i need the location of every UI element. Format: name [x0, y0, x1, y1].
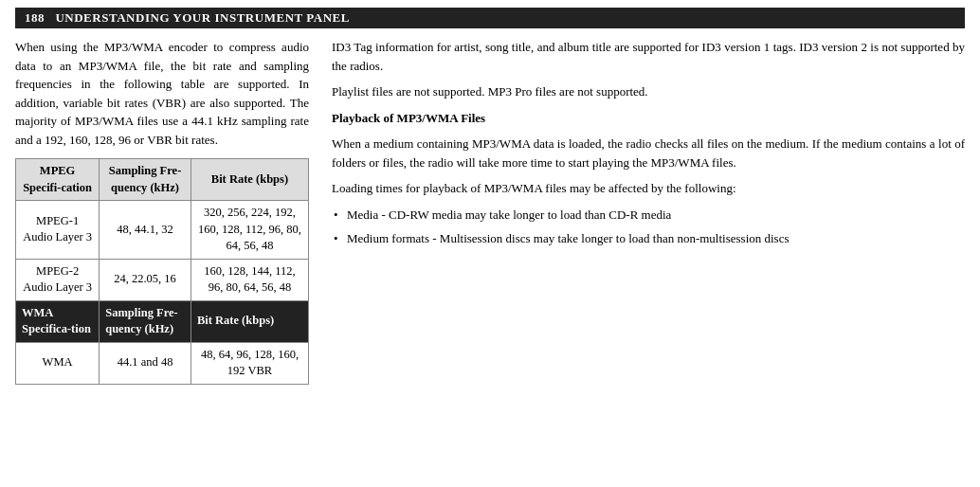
page-title: UNDERSTANDING YOUR INSTRUMENT PANEL [55, 10, 350, 25]
mpeg2-freq: 24, 22.05, 16 [100, 259, 191, 300]
table-row: MPEG-2 Audio Layer 3 24, 22.05, 16 160, … [16, 259, 309, 300]
page-number: 188 [25, 10, 45, 25]
wma-freq: 44.1 and 48 [100, 342, 191, 384]
mpeg2-bitrate: 160, 128, 144, 112, 96, 80, 64, 56, 48 [191, 259, 308, 300]
mpeg-header-row: MPEG Specifi-cation Sampling Fre-quency … [16, 159, 309, 201]
left-column: When using the MP3/WMA encoder to compre… [15, 38, 309, 385]
right-column: ID3 Tag information for artist, song tit… [332, 38, 965, 385]
id3-paragraph: ID3 Tag information for artist, song tit… [332, 38, 965, 75]
wma-col-spec-header: WMA Specifica-tion [16, 300, 100, 342]
col-bitrate-header: Bit Rate (kbps) [191, 159, 308, 201]
table-row: WMA 44.1 and 48 48, 64, 96, 128, 160, 19… [16, 342, 309, 384]
list-item: Media - CD-RW media may take longer to l… [332, 206, 965, 225]
wma-header-row: WMA Specifica-tion Sampling Fre-quency (… [16, 300, 309, 342]
playback-intro: When a medium containing MP3/WMA data is… [332, 135, 965, 171]
col-spec-header: MPEG Specifi-cation [16, 159, 100, 201]
main-content: When using the MP3/WMA encoder to compre… [15, 38, 965, 385]
mpeg1-spec: MPEG-1 Audio Layer 3 [16, 201, 100, 260]
intro-paragraph: When using the MP3/WMA encoder to compre… [15, 38, 309, 149]
list-item: Medium formats - Multisession discs may … [332, 229, 965, 248]
playlist-paragraph: Playlist files are not supported. MP3 Pr… [332, 82, 965, 101]
loading-intro: Loading times for playback of MP3/WMA fi… [332, 179, 965, 198]
wma-col-bitrate-header: Bit Rate (kbps) [191, 300, 308, 342]
mpeg1-freq: 48, 44.1, 32 [100, 201, 191, 260]
table-row: MPEG-1 Audio Layer 3 48, 44.1, 32 320, 2… [16, 201, 309, 260]
bullet-list: Media - CD-RW media may take longer to l… [332, 206, 965, 248]
mpeg1-bitrate: 320, 256, 224, 192, 160, 128, 112, 96, 8… [191, 201, 308, 260]
wma-bitrate: 48, 64, 96, 128, 160, 192 VBR [191, 342, 308, 384]
page-container: 188 UNDERSTANDING YOUR INSTRUMENT PANEL … [0, 0, 980, 487]
wma-col-freq-header: Sampling Fre-quency (kHz) [100, 300, 191, 342]
col-freq-header: Sampling Fre-quency (kHz) [100, 159, 191, 201]
playback-title: Playback of MP3/WMA Files [332, 109, 965, 128]
wma-spec: WMA [16, 342, 100, 384]
mpeg2-spec: MPEG-2 Audio Layer 3 [16, 259, 100, 300]
page-header: 188 UNDERSTANDING YOUR INSTRUMENT PANEL [15, 8, 965, 28]
spec-table: MPEG Specifi-cation Sampling Fre-quency … [15, 158, 309, 385]
